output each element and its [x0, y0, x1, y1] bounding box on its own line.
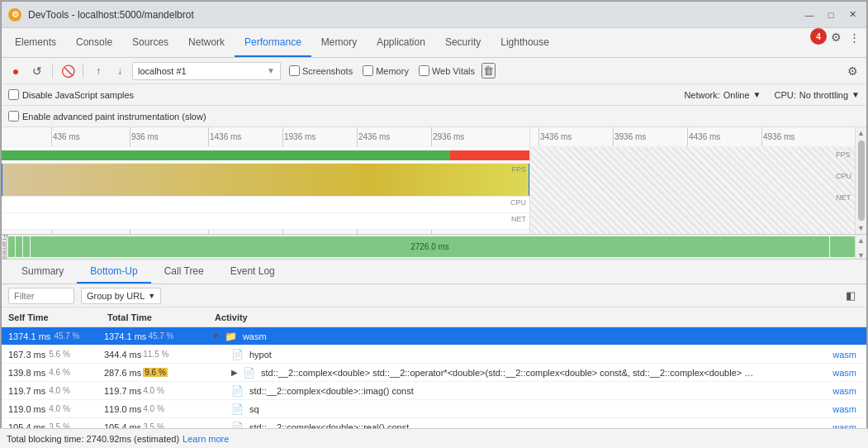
frames-area[interactable]: 2726.0 ms [8, 235, 855, 259]
wasm-link-1[interactable]: wasm [832, 350, 863, 360]
webvitals-checkbox-label[interactable]: Web Vitals [419, 65, 475, 76]
toolbar-separator-2 [83, 64, 83, 79]
frame-bar [8, 236, 15, 257]
self-pct-3: 4.0 % [49, 386, 70, 395]
table-row[interactable]: 119.0 ms 4.0 % 119.0 ms 4.0 % 📄 sq wasm [2, 400, 866, 418]
frames-row: Frames 2726.0 ms ▲ ▼ [2, 235, 866, 260]
wasm-link-2[interactable]: wasm [832, 368, 863, 378]
network-dropdown-arrow[interactable]: ▼ [753, 90, 761, 99]
close-button[interactable]: ✕ [845, 7, 860, 22]
network-value: Online [723, 90, 750, 100]
frame-bar [23, 236, 30, 257]
memory-checkbox-label[interactable]: Memory [363, 65, 409, 76]
table-row[interactable]: 139.8 ms 4.6 % 287.6 ms 9.6 % ▶ 📄 std::_… [2, 364, 866, 382]
total-pct-0: 45.7 % [148, 331, 173, 341]
learn-more-link[interactable]: Learn more [183, 434, 229, 444]
filter-row: Group by URL ▼ ◧ [2, 284, 866, 307]
expand-arrow-2[interactable]: ▶ [231, 368, 238, 377]
tab-bar: Elements Console Sources Network Perform… [2, 28, 866, 58]
frames-scroll-up[interactable]: ▲ [856, 235, 866, 246]
bottom-tabs: Summary Bottom-Up Call Tree Event Log [2, 260, 866, 284]
cell-activity-4: 📄 sq wasm [208, 403, 866, 415]
scroll-thumb[interactable] [858, 141, 865, 221]
expand-arrow-0[interactable]: ▼ [211, 331, 220, 341]
cell-self-time-4: 119.0 ms 4.0 % [2, 404, 101, 414]
tab-application[interactable]: Application [367, 28, 435, 57]
tab-console[interactable]: Console [66, 28, 122, 57]
disable-js-samples-label[interactable]: Disable JavaScript samples [8, 89, 134, 100]
tab-security[interactable]: Security [435, 28, 491, 57]
timeline-left[interactable]: 436 ms 936 ms 1436 ms 1936 ms 2436 ms 29… [2, 127, 530, 234]
upload-button[interactable]: ↑ [89, 62, 107, 80]
folder-icon-4: 📄 [231, 403, 244, 415]
trash-button[interactable]: 🗑 [481, 63, 496, 79]
tab-performance[interactable]: Performance [235, 28, 311, 57]
webvitals-checkbox[interactable] [419, 65, 429, 76]
toolbar-checkboxes: Screenshots Memory Web Vitals [289, 65, 475, 76]
timeline-container: 436 ms 936 ms 1436 ms 1936 ms 2436 ms 29… [2, 127, 866, 235]
timeline-right: 3436 ms 3936 ms 4436 ms 4936 ms FPS CPU … [530, 127, 855, 234]
clear-button[interactable]: 🚫 [59, 62, 77, 80]
cell-activity-0: ▼ 📁 wasm [208, 331, 866, 342]
cpu-dropdown-arrow[interactable]: ▼ [851, 90, 860, 99]
cell-self-time-3: 119.7 ms 4.0 % [2, 386, 101, 396]
window-controls: — □ ✕ [802, 7, 860, 22]
fps-right-label: FPS [836, 150, 851, 159]
wasm-link-4[interactable]: wasm [832, 404, 863, 414]
record-button[interactable]: ● [7, 62, 25, 80]
tab-call-tree[interactable]: Call Tree [151, 260, 217, 284]
self-pct-4: 4.0 % [49, 404, 70, 413]
tab-lighthouse[interactable]: Lighthouse [491, 28, 559, 57]
more-options-icon[interactable]: ⋮ [845, 28, 863, 46]
table-row[interactable]: 1374.1 ms 45.7 % 1374.1 ms 45.7 % ▼ 📁 wa… [2, 327, 866, 346]
frames-scrollbar[interactable]: ▲ ▼ [855, 235, 866, 259]
filter-input[interactable] [8, 288, 74, 304]
tab-elements[interactable]: Elements [5, 28, 66, 57]
frames-main-bar: 2726.0 ms [31, 236, 829, 257]
options-row: Disable JavaScript samples Network: Onli… [2, 84, 866, 106]
table-row[interactable]: 119.7 ms 4.0 % 119.7 ms 4.0 % 📄 std::__2… [2, 382, 866, 400]
tab-sources[interactable]: Sources [122, 28, 178, 57]
header-self-time[interactable]: Self Time [2, 312, 101, 322]
scroll-up-arrow[interactable]: ▲ [856, 127, 866, 139]
url-display: localhost #1 ▼ [132, 62, 281, 80]
perf-settings-button[interactable]: ⚙ [843, 62, 861, 80]
timeline-ruler: 436 ms 936 ms 1436 ms 1936 ms 2436 ms 29… [2, 127, 529, 147]
maximize-button[interactable]: □ [823, 7, 838, 22]
settings-icon[interactable]: ⚙ [827, 28, 845, 46]
scroll-down-arrow[interactable]: ▼ [856, 222, 866, 234]
self-time-value-0: 1374.1 ms [8, 331, 50, 341]
tab-summary[interactable]: Summary [8, 260, 77, 284]
enable-advanced-paint-label[interactable]: Enable advanced paint instrumentation (s… [8, 111, 206, 122]
timeline-scrollbar[interactable]: ▲ ▼ [855, 127, 866, 234]
wasm-link-3[interactable]: wasm [832, 386, 863, 396]
memory-checkbox[interactable] [363, 65, 373, 76]
screenshots-checkbox[interactable] [289, 65, 300, 76]
screenshots-checkbox-label[interactable]: Screenshots [289, 65, 353, 76]
timeline-selection [2, 164, 529, 196]
timeline-wrapper: 436 ms 936 ms 1436 ms 1936 ms 2436 ms 29… [2, 127, 866, 234]
tab-event-log[interactable]: Event Log [217, 260, 288, 284]
fps-bar [2, 150, 529, 160]
fps-row [2, 147, 529, 164]
status-text: Total blocking time: 2740.92ms (estimate… [7, 434, 179, 444]
disable-js-samples-checkbox[interactable] [8, 89, 19, 100]
network-setting: Network: Online ▼ [684, 90, 761, 100]
table-row[interactable]: 167.3 ms 5.6 % 344.4 ms 11.5 % 📄 hypot w… [2, 346, 866, 364]
group-by-select[interactable]: Group by URL ▼ [81, 288, 161, 304]
toolbar-separator-1 [52, 64, 53, 79]
minimize-button[interactable]: — [802, 7, 817, 22]
tab-bottom-up[interactable]: Bottom-Up [77, 260, 150, 284]
tab-memory[interactable]: Memory [311, 28, 367, 57]
filter-expand-button[interactable]: ◧ [842, 287, 860, 305]
tab-network[interactable]: Network [178, 28, 235, 57]
download-button[interactable]: ↓ [111, 62, 129, 80]
enable-advanced-paint-checkbox[interactable] [8, 111, 19, 122]
header-total-time[interactable]: Total Time [101, 312, 208, 322]
window-title: DevTools - localhost:5000/mandelbrot [28, 9, 802, 21]
net-right-label: NET [836, 193, 851, 202]
header-activity[interactable]: Activity [208, 312, 866, 322]
cell-self-time-2: 139.8 ms 4.6 % [2, 368, 101, 378]
reload-record-button[interactable]: ↺ [28, 62, 46, 80]
group-by-arrow: ▼ [148, 292, 155, 300]
